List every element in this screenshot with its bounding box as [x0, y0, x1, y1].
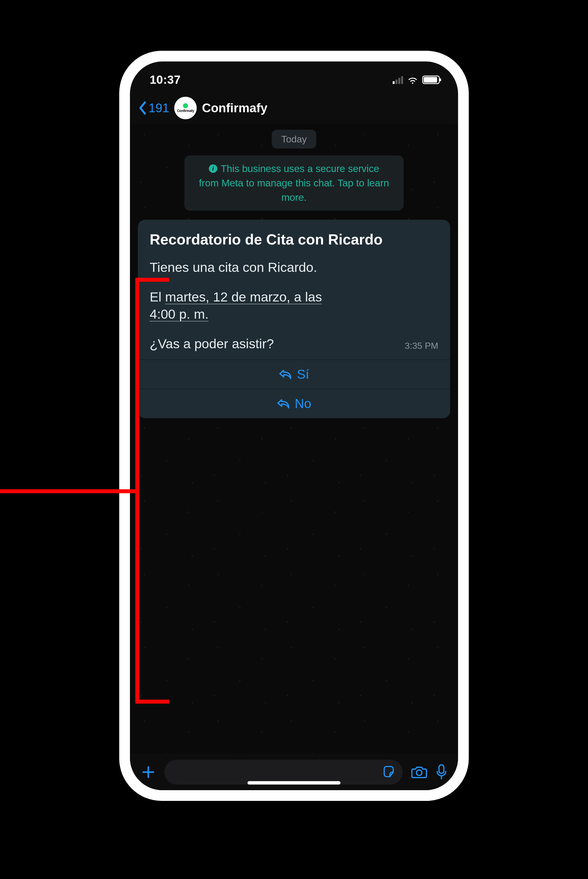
chat-header: 191 Confirmafy Confirmafy — [130, 93, 458, 123]
message-title: Recordatorio de Cita con Ricardo — [150, 231, 438, 248]
svg-rect-3 — [439, 765, 444, 773]
message-input-bar — [130, 754, 458, 790]
reply-yes-button[interactable]: Sí — [138, 359, 450, 389]
security-notice-text-1: This business uses a secure service — [221, 162, 379, 176]
contact-name[interactable]: Confirmafy — [202, 101, 267, 115]
camera-button[interactable] — [411, 765, 427, 779]
battery-icon — [422, 75, 440, 84]
security-notice-text-3: more. — [281, 190, 306, 205]
message-text-input[interactable] — [164, 760, 403, 784]
chat-body[interactable]: Today i This business uses a secure serv… — [130, 123, 458, 754]
sticker-icon[interactable] — [382, 765, 396, 779]
reply-yes-label: Sí — [297, 367, 309, 382]
message-timestamp: 3:35 PM — [405, 341, 438, 352]
attachment-button[interactable] — [141, 765, 156, 780]
reply-no-label: No — [295, 396, 312, 411]
incoming-message[interactable]: Recordatorio de Cita con Ricardo Tienes … — [138, 220, 450, 418]
cellular-signal-icon — [393, 75, 403, 84]
security-notice-text-2: from Meta to manage this chat. Tap to le… — [199, 176, 389, 190]
chevron-left-icon — [138, 101, 147, 115]
phone-frame: 10:37 191 — [119, 51, 469, 801]
message-line-1: Tienes una cita con Ricardo. — [150, 258, 438, 276]
date-separator: Today — [272, 130, 316, 149]
phone-screen: 10:37 191 — [130, 62, 458, 790]
message-datetime: El martes, 12 de marzo, a las 4:00 p. m. — [150, 288, 438, 323]
wifi-icon — [407, 75, 418, 84]
status-indicators — [393, 75, 440, 84]
reply-arrow-icon — [279, 368, 292, 380]
info-icon: i — [209, 164, 218, 173]
security-notice[interactable]: i This business uses a secure service fr… — [184, 155, 404, 211]
back-unread-count: 191 — [148, 101, 169, 115]
message-question: ¿Vas a poder asistir? — [150, 335, 274, 352]
status-time: 10:37 — [150, 73, 181, 87]
status-bar: 10:37 — [130, 62, 458, 93]
contact-avatar[interactable]: Confirmafy — [174, 97, 197, 119]
reply-no-button[interactable]: No — [138, 389, 450, 418]
reply-arrow-icon — [277, 398, 290, 409]
voice-message-button[interactable] — [435, 764, 447, 780]
svg-point-2 — [416, 770, 422, 775]
home-indicator[interactable] — [248, 781, 340, 784]
back-button[interactable]: 191 — [138, 101, 169, 115]
